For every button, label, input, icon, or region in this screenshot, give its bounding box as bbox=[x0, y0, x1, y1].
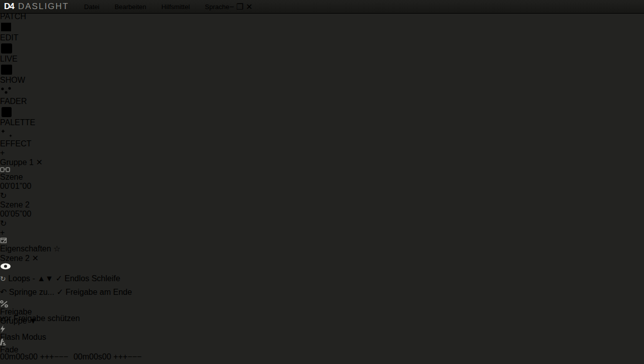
sidebar-item-palette[interactable]: PALETTE bbox=[0, 106, 644, 127]
release-at-end-checkbox[interactable]: ✓ bbox=[56, 288, 63, 296]
loop-icon: ↻ bbox=[0, 219, 644, 228]
tab-gruppe-1[interactable]: Gruppe 1 ✕ bbox=[0, 158, 644, 167]
scene-name-label: Szene 2 bbox=[0, 254, 30, 263]
sidebar-item-fader[interactable]: FADER bbox=[0, 85, 644, 106]
maximize-button[interactable]: ❐ bbox=[237, 3, 244, 11]
close-tab-icon[interactable]: ✕ bbox=[36, 158, 42, 167]
group-tabbar: + Gruppe 1 ✕ bbox=[0, 148, 644, 173]
view-options-icon[interactable] bbox=[0, 167, 644, 173]
properties-header: Eigenschaften ☆ bbox=[0, 237, 644, 253]
panel-title: Eigenschaften bbox=[0, 244, 51, 253]
properties-region: Eigenschaften ☆ Szene 2 ✕ ↻ Loops - ▲▼ ✓… bbox=[0, 237, 644, 364]
scene-tile-szene[interactable]: Szene 00'01"00 ↻ bbox=[0, 173, 644, 200]
undo-icon: ↶ bbox=[0, 288, 7, 296]
protect-release-label: vor Freigabe schützen bbox=[0, 314, 80, 323]
fade-in-time-field[interactable]: 00m00s00 bbox=[0, 352, 38, 361]
flash-bolt-icon bbox=[0, 325, 6, 333]
palette-icon bbox=[0, 106, 13, 118]
curtain-icon bbox=[0, 64, 13, 76]
close-button[interactable]: ✕ bbox=[246, 3, 252, 11]
brand-name: DASLIGHT bbox=[18, 2, 69, 12]
fade-in-steppers[interactable]: +++−−− bbox=[40, 352, 68, 361]
add-group-button[interactable]: + bbox=[0, 148, 5, 157]
visibility-eye-icon[interactable] bbox=[0, 263, 11, 270]
flash-mode-label: Flash Modus bbox=[0, 333, 46, 341]
menu-bearbeiten[interactable]: Bearbeiten bbox=[114, 3, 146, 11]
loop-icon: ↻ bbox=[0, 191, 644, 200]
menu-datei[interactable]: Datei bbox=[84, 3, 99, 11]
fader-icon bbox=[0, 85, 12, 97]
rename-clear-button[interactable]: ✕ bbox=[32, 254, 38, 263]
scene-panel: + Gruppe 1 ✕ Szene 00'01"00 ↻ Szene 2 00… bbox=[0, 148, 644, 237]
app-logo: D4 DASLIGHT bbox=[0, 2, 69, 12]
menubar: D4 DASLIGHT Datei Bearbeiten Hilfsmittel… bbox=[0, 0, 644, 14]
minimize-button[interactable]: − bbox=[229, 3, 234, 11]
scene-tile-szene-2[interactable]: Szene 2 00'05"00 ↻ bbox=[0, 200, 644, 228]
play-icon bbox=[0, 42, 13, 55]
menu-items: Datei Bearbeiten Hilfsmittel Sprache bbox=[84, 3, 229, 11]
scene-properties: Szene 2 ✕ ↻ Loops - ▲▼ ✓ Endlos Schleife… bbox=[0, 253, 644, 364]
loop-icon: ↻ bbox=[0, 275, 6, 283]
loops-label: Loops bbox=[8, 274, 30, 283]
add-scene-button[interactable]: + bbox=[0, 228, 644, 237]
sidebar-item-live[interactable]: LIVE bbox=[0, 42, 644, 64]
endless-loop-checkbox[interactable]: ✓ bbox=[55, 274, 62, 283]
endless-loop-label: Endlos Schleife bbox=[65, 274, 120, 283]
group-tab-label: Gruppe 1 bbox=[0, 158, 34, 167]
mode-sidebar: PATCH EDIT LIVE SHOW FADER PALETTE EFFEC… bbox=[0, 0, 644, 148]
sidebar-item-edit[interactable]: EDIT bbox=[0, 21, 644, 42]
release-link-icon bbox=[0, 300, 8, 307]
fade-out-steppers[interactable]: +++−−− bbox=[113, 352, 142, 361]
menu-hilfsmittel[interactable]: Hilfsmittel bbox=[161, 3, 190, 11]
sidebar-item-show[interactable]: SHOW bbox=[0, 64, 644, 85]
loops-stepper[interactable]: ▲▼ bbox=[37, 274, 53, 283]
release-at-end-label: Freigabe am Ende bbox=[66, 288, 132, 296]
edit-icon bbox=[0, 237, 8, 244]
scene-list: Szene 00'01"00 ↻ Szene 2 00'05"00 ↻ + bbox=[0, 173, 644, 237]
sidebar-item-effect[interactable]: EFFECT bbox=[0, 127, 644, 148]
favorite-star-icon[interactable]: ☆ bbox=[53, 244, 61, 253]
magic-wand-icon bbox=[0, 127, 13, 139]
menu-sprache[interactable]: Sprache bbox=[205, 3, 229, 11]
loops-count-field[interactable]: - bbox=[32, 274, 35, 283]
jump-to-button[interactable]: ↶ Springe zu... bbox=[0, 288, 56, 296]
fade-out-time-field[interactable]: 00m00s00 bbox=[74, 352, 111, 361]
edit-icon bbox=[0, 21, 13, 33]
daslight-logo-icon: D4 bbox=[4, 2, 14, 12]
